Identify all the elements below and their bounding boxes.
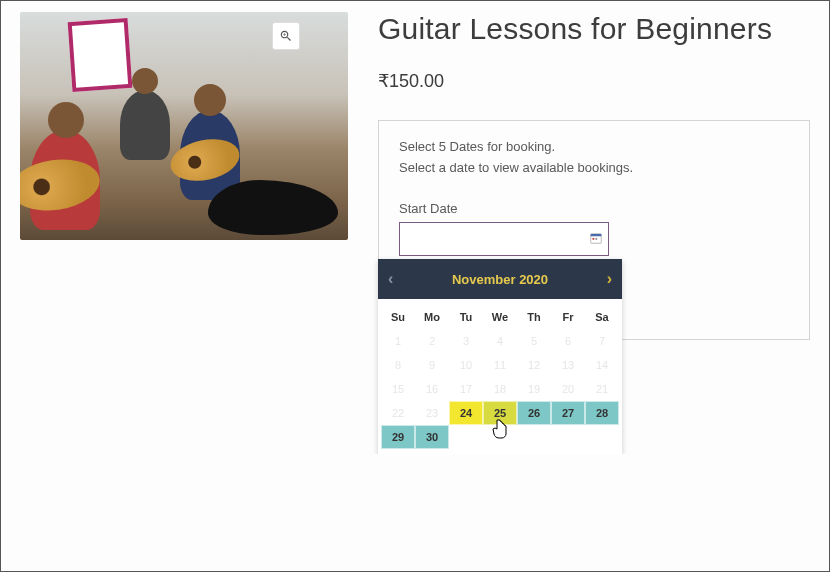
calendar-day[interactable]: 25 — [483, 401, 517, 425]
booking-instruction-label: Select a date to view available bookings… — [399, 160, 789, 175]
calendar-day: 17 — [449, 377, 483, 401]
product-image[interactable] — [20, 12, 348, 240]
calendar-day-header: Mo — [415, 305, 449, 329]
calendar-day[interactable]: 30 — [415, 425, 449, 449]
calendar-day-header: Fr — [551, 305, 585, 329]
svg-rect-3 — [595, 238, 597, 240]
calendar-day: 18 — [483, 377, 517, 401]
calendar-day-header: Tu — [449, 305, 483, 329]
calendar-day-header: Th — [517, 305, 551, 329]
calendar-day — [517, 425, 551, 449]
calendar-day: 20 — [551, 377, 585, 401]
calendar-day-header: Su — [381, 305, 415, 329]
start-date-input[interactable] — [399, 222, 609, 256]
calendar-day: 23 — [415, 401, 449, 425]
start-date-label: Start Date — [399, 201, 789, 216]
calendar-day: 12 — [517, 353, 551, 377]
svg-rect-2 — [593, 238, 595, 240]
product-price: ₹150.00 — [378, 70, 810, 92]
calendar-day[interactable]: 26 — [517, 401, 551, 425]
calendar-day — [449, 425, 483, 449]
calendar-day: 1 — [381, 329, 415, 353]
calendar-day: 11 — [483, 353, 517, 377]
calendar-day-header: We — [483, 305, 517, 329]
product-title: Guitar Lessons for Beginners — [378, 12, 810, 46]
calendar-day: 8 — [381, 353, 415, 377]
calendar-day: 5 — [517, 329, 551, 353]
calendar-day: 14 — [585, 353, 619, 377]
calendar-day: 21 — [585, 377, 619, 401]
calendar-day: 22 — [381, 401, 415, 425]
booking-count-label: Select 5 Dates for booking. — [399, 139, 789, 154]
prev-month-button[interactable]: ‹ — [388, 271, 393, 287]
calendar-day: 19 — [517, 377, 551, 401]
calendar-icon[interactable] — [589, 231, 603, 245]
next-month-button[interactable]: › — [607, 271, 612, 287]
calendar-day: 2 — [415, 329, 449, 353]
calendar-day: 4 — [483, 329, 517, 353]
calendar-day[interactable]: 29 — [381, 425, 415, 449]
calendar-day: 9 — [415, 353, 449, 377]
calendar-day: 15 — [381, 377, 415, 401]
calendar-day: 13 — [551, 353, 585, 377]
booking-panel: Select 5 Dates for booking. Select a dat… — [378, 120, 810, 340]
calendar-day — [585, 425, 619, 449]
calendar-day[interactable]: 24 — [449, 401, 483, 425]
calendar-day: 10 — [449, 353, 483, 377]
calendar-day: 3 — [449, 329, 483, 353]
calendar-month-year: November 2020 — [452, 272, 548, 287]
svg-rect-1 — [591, 234, 602, 236]
datepicker-popup: ‹ November 2020 › SuMoTuWeThFrSa12345678… — [378, 259, 622, 454]
calendar-day: 7 — [585, 329, 619, 353]
calendar-day: 6 — [551, 329, 585, 353]
calendar-day — [483, 425, 517, 449]
calendar-day[interactable]: 28 — [585, 401, 619, 425]
calendar-day: 16 — [415, 377, 449, 401]
calendar-day-header: Sa — [585, 305, 619, 329]
zoom-icon[interactable] — [272, 22, 300, 50]
calendar-day — [551, 425, 585, 449]
calendar-day[interactable]: 27 — [551, 401, 585, 425]
